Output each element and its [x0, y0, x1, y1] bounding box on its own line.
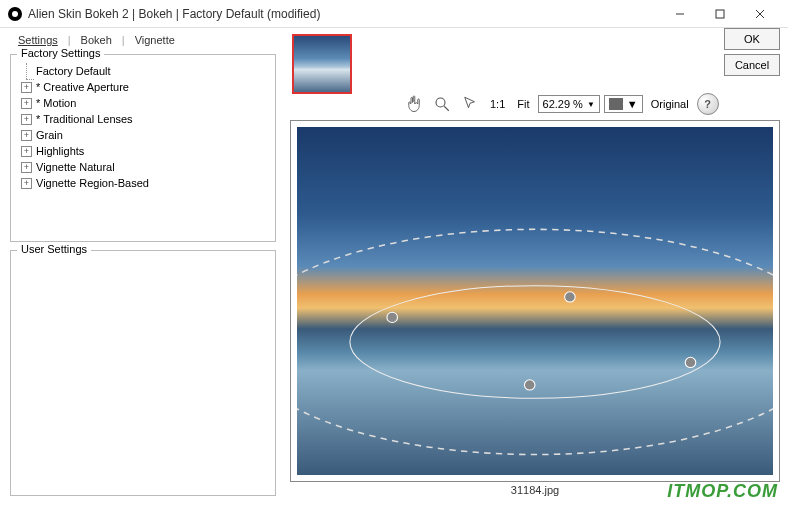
left-panel: Settings | Bokeh | Vignette Factory Sett… [0, 28, 286, 506]
expand-icon[interactable]: + [21, 82, 32, 93]
pointer-tool-icon[interactable] [458, 92, 482, 116]
titlebar: Alien Skin Bokeh 2 | Bokeh | Factory Def… [0, 0, 788, 28]
svg-point-9 [565, 292, 576, 302]
tree-item[interactable]: +* Motion [21, 95, 269, 111]
expand-icon[interactable]: + [21, 178, 32, 189]
window-controls [660, 1, 780, 27]
tree-item[interactable]: +Vignette Region-Based [21, 175, 269, 191]
tree-item[interactable]: +* Traditional Lenses [21, 111, 269, 127]
expand-icon[interactable]: + [21, 114, 32, 125]
zoom-value: 62.29 % [543, 98, 583, 110]
background-color-dropdown[interactable]: ▼ [604, 95, 643, 113]
ok-button[interactable]: OK [724, 28, 780, 50]
expand-icon[interactable]: + [21, 130, 32, 141]
factory-settings-legend: Factory Settings [17, 47, 104, 59]
preview-image[interactable] [297, 127, 773, 475]
tab-bar: Settings | Bokeh | Vignette [10, 32, 276, 48]
svg-point-6 [297, 229, 773, 454]
tab-settings[interactable]: Settings [10, 32, 66, 48]
expand-icon[interactable]: + [21, 98, 32, 109]
watermark: ITMOP.COM [667, 481, 778, 502]
tree-item[interactable]: +Vignette Natural [21, 159, 269, 175]
tree-item[interactable]: +Highlights [21, 143, 269, 159]
hand-tool-icon[interactable] [402, 92, 426, 116]
svg-point-10 [524, 380, 535, 390]
maximize-button[interactable] [700, 1, 740, 27]
svg-point-4 [436, 98, 445, 107]
close-button[interactable] [740, 1, 780, 27]
factory-settings-tree: Factory Default +* Creative Aperture +* … [17, 63, 269, 191]
help-icon[interactable]: ? [697, 93, 719, 115]
minimize-button[interactable] [660, 1, 700, 27]
color-swatch [609, 98, 623, 110]
svg-point-8 [387, 312, 398, 322]
thumbnail[interactable] [292, 34, 352, 94]
tree-item[interactable]: Factory Default [21, 63, 269, 79]
tree-item[interactable]: +Grain [21, 127, 269, 143]
svg-rect-1 [716, 10, 724, 18]
tab-vignette[interactable]: Vignette [127, 32, 183, 48]
preview-frame [290, 120, 780, 482]
expand-icon[interactable]: + [21, 146, 32, 157]
svg-line-5 [444, 106, 449, 111]
dialog-buttons: OK Cancel [724, 28, 780, 76]
zoom-dropdown[interactable]: 62.29 % ▼ [538, 95, 600, 113]
fit-button[interactable]: Fit [513, 98, 533, 110]
right-panel: OK Cancel 1:1 Fit 62.29 % [286, 28, 788, 506]
original-button[interactable]: Original [647, 98, 693, 110]
one-to-one-button[interactable]: 1:1 [486, 98, 509, 110]
tab-bokeh[interactable]: Bokeh [73, 32, 120, 48]
factory-settings-group: Factory Settings Factory Default +* Crea… [10, 54, 276, 242]
zoom-tool-icon[interactable] [430, 92, 454, 116]
window-title: Alien Skin Bokeh 2 | Bokeh | Factory Def… [28, 7, 660, 21]
preview-toolbar: 1:1 Fit 62.29 % ▼ ▼ Original ? [402, 92, 719, 116]
cancel-button[interactable]: Cancel [724, 54, 780, 76]
svg-point-11 [685, 357, 696, 367]
user-settings-legend: User Settings [17, 243, 91, 255]
chevron-down-icon: ▼ [627, 98, 638, 110]
tree-item[interactable]: +* Creative Aperture [21, 79, 269, 95]
chevron-down-icon: ▼ [587, 100, 595, 109]
thumbnail-strip [290, 32, 362, 96]
user-settings-group: User Settings [10, 250, 276, 496]
svg-point-7 [350, 286, 720, 399]
app-icon [8, 7, 22, 21]
expand-icon[interactable]: + [21, 162, 32, 173]
